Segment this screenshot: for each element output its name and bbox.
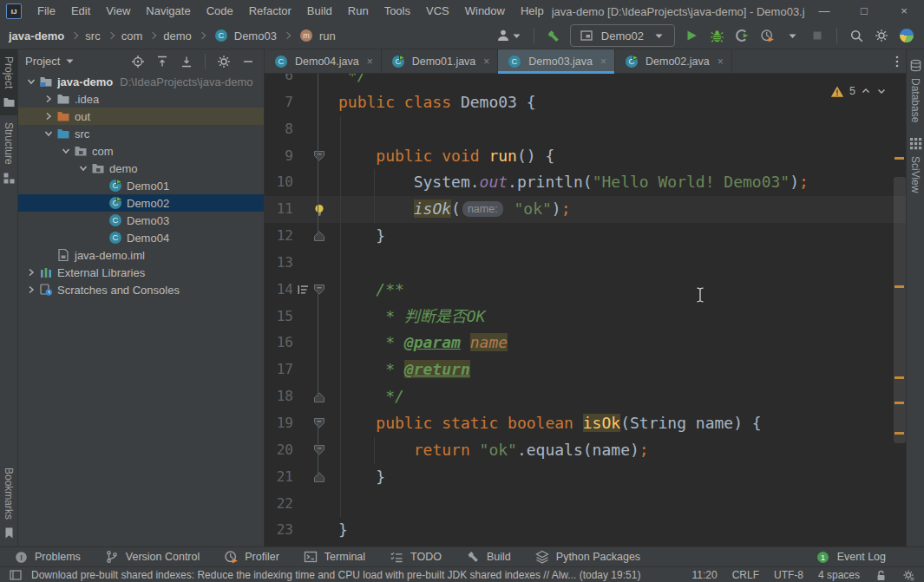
code-text[interactable]: */: [338, 383, 404, 410]
render-doc-icon[interactable]: [293, 277, 312, 304]
tree-item-demo04[interactable]: CDemo04: [18, 229, 264, 246]
menu-navigate[interactable]: Navigate: [138, 0, 198, 23]
breadcrumb-demo[interactable]: demo: [163, 29, 192, 43]
chevron-right-icon[interactable]: [41, 109, 56, 123]
chevron-down-icon[interactable]: [41, 127, 56, 141]
fold-marker-icon[interactable]: [312, 143, 326, 170]
debug-button[interactable]: [708, 27, 725, 44]
line-number[interactable]: 12: [265, 223, 293, 250]
run-with-coverage-button[interactable]: [733, 27, 750, 44]
line-number[interactable]: 17: [265, 356, 293, 383]
collapse-all-button[interactable]: [178, 53, 195, 70]
tree-item-external-libraries[interactable]: External Libraries: [18, 264, 264, 281]
build-project-button[interactable]: [545, 27, 562, 44]
minimize-button[interactable]: —: [804, 0, 844, 23]
tab-list-icon[interactable]: [888, 49, 906, 73]
tree-item-java-demo-iml[interactable]: java-demo.iml: [18, 246, 264, 264]
code-line-16[interactable]: 16 * @param name: [265, 330, 906, 356]
status-message[interactable]: Download pre-built shared indexes: Reduc…: [31, 569, 683, 581]
line-number[interactable]: 13: [265, 250, 293, 277]
menu-help[interactable]: Help: [513, 0, 552, 23]
line-number[interactable]: 7: [265, 89, 293, 116]
intention-bulb-icon[interactable]: [312, 196, 326, 223]
chevron-down-icon[interactable]: [75, 161, 90, 175]
code-text[interactable]: * @param name: [338, 330, 508, 356]
editor[interactable]: 6 */7public class Demo03 {89 public void…: [265, 74, 906, 546]
line-number[interactable]: 10: [265, 169, 293, 196]
close-tab-icon[interactable]: ×: [718, 56, 724, 68]
fold-marker-icon[interactable]: [312, 464, 326, 491]
warning-stripe-mark[interactable]: [895, 402, 904, 404]
warning-stripe-mark[interactable]: [895, 157, 904, 160]
code-line-14[interactable]: 14 /**: [265, 277, 906, 304]
line-number[interactable]: 21: [265, 464, 293, 491]
tree-item-idea[interactable]: .idea: [18, 90, 264, 108]
line-number[interactable]: 20: [265, 437, 293, 464]
code-text[interactable]: return "ok".equals(name);: [338, 437, 649, 464]
breadcrumb-demo03[interactable]: CDemo03: [213, 27, 277, 44]
tree-item-scratches-and-consoles[interactable]: Scratches and Consoles: [18, 281, 264, 298]
editor-tab-demo03-java[interactable]: CDemo03.java×: [498, 49, 615, 73]
code-text[interactable]: }: [338, 223, 385, 250]
user-profile-button[interactable]: [494, 27, 523, 44]
tool-window-button-terminal[interactable]: Terminal: [302, 548, 365, 566]
profiler-button[interactable]: [758, 27, 776, 44]
code-line-22[interactable]: 22: [265, 491, 906, 518]
code-line-15[interactable]: 15 * 判断是否OK: [265, 304, 906, 330]
code-line-10[interactable]: 10 System.out.println("Hello World! Demo…: [265, 169, 906, 196]
run-button[interactable]: [683, 27, 700, 44]
close-tab-icon[interactable]: ×: [600, 56, 606, 68]
hide-panel-button[interactable]: [239, 53, 257, 70]
line-number[interactable]: 19: [265, 410, 293, 437]
maximize-button[interactable]: □: [844, 0, 884, 23]
line-number[interactable]: 22: [265, 491, 293, 518]
menu-tools[interactable]: Tools: [377, 0, 418, 23]
code-text[interactable]: */: [338, 74, 367, 89]
tool-window-button-project[interactable]: Project: [0, 49, 17, 115]
editor-tab-demo01-java[interactable]: CDemo01.java×: [382, 49, 499, 73]
menu-code[interactable]: Code: [199, 0, 241, 23]
tree-item-com[interactable]: com: [18, 142, 264, 160]
inspections-gear-icon[interactable]: [902, 569, 915, 582]
close-tab-icon[interactable]: ×: [483, 56, 489, 68]
code-line-20[interactable]: 20 return "ok".equals(name);: [265, 437, 906, 464]
line-number[interactable]: 15: [265, 304, 293, 330]
code-line-9[interactable]: 9 public void run() {: [265, 143, 906, 170]
lock-icon[interactable]: [875, 569, 888, 582]
code-line-21[interactable]: 21 }: [265, 464, 906, 491]
tree-item-out[interactable]: out: [18, 108, 264, 125]
tool-window-button-problems[interactable]: !Problems: [12, 548, 81, 566]
code-text[interactable]: System.out.println("Hello World! Demo03"…: [338, 169, 809, 196]
ide-plugin-button[interactable]: [898, 27, 915, 44]
tool-window-button-version-control[interactable]: Version Control: [103, 548, 200, 566]
prev-warning-icon[interactable]: [861, 86, 871, 96]
inspection-widget[interactable]: 5: [830, 78, 887, 105]
code-line-11[interactable]: 11 isOk(name: "ok");: [265, 196, 906, 223]
error-stripe[interactable]: [893, 74, 906, 546]
fold-marker-icon[interactable]: [312, 437, 326, 464]
tool-window-button-profiler[interactable]: Profiler: [222, 548, 279, 566]
warning-stripe-mark[interactable]: [895, 376, 904, 379]
line-number[interactable]: 8: [265, 116, 293, 143]
menu-vcs[interactable]: VCS: [418, 0, 457, 23]
file-encoding[interactable]: UTF-8: [774, 569, 803, 581]
tool-window-button-build[interactable]: Build: [464, 548, 511, 566]
caret-position[interactable]: 11:20: [691, 569, 717, 581]
tool-window-toggle-icon[interactable]: [9, 568, 23, 582]
breadcrumb-com[interactable]: com: [121, 29, 143, 43]
code-text[interactable]: public void run() {: [338, 143, 554, 170]
tree-item-demo[interactable]: demo: [18, 160, 264, 177]
tool-window-button-database[interactable]: Database: [907, 49, 924, 128]
code-line-8[interactable]: 8: [265, 116, 906, 143]
profiler-dropdown-icon[interactable]: [783, 27, 801, 44]
chevron-down-icon[interactable]: [58, 144, 73, 158]
code-line-6[interactable]: 6 */: [265, 74, 906, 89]
tool-window-button-todo[interactable]: TODO: [388, 548, 442, 566]
line-ending[interactable]: CRLF: [732, 569, 759, 581]
line-number[interactable]: 18: [265, 383, 293, 410]
code-text[interactable]: }: [338, 517, 348, 544]
menu-file[interactable]: File: [29, 0, 63, 23]
fold-marker-icon[interactable]: [312, 277, 326, 304]
editor-tab-demo04-java[interactable]: CDemo04.java×: [265, 49, 382, 73]
indent-style[interactable]: 4 spaces: [818, 569, 860, 581]
